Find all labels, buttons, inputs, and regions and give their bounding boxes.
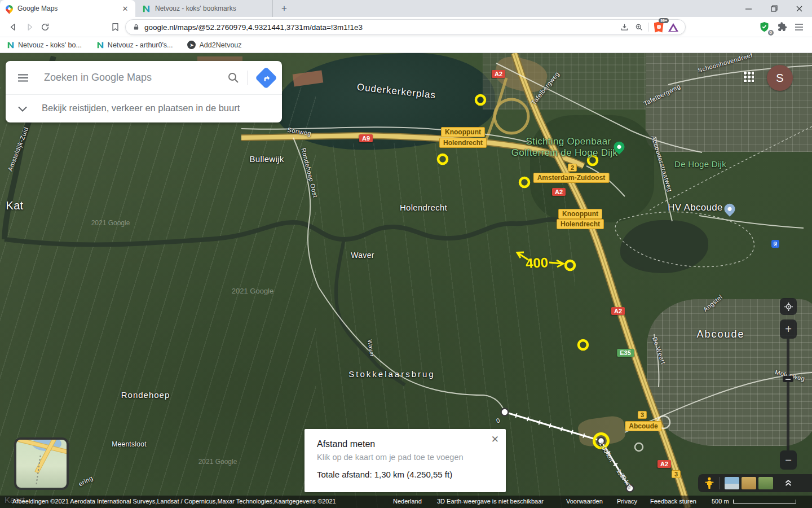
menu-icon[interactable] xyxy=(792,20,806,34)
terms-link[interactable]: Voorwaarden xyxy=(566,498,603,505)
url-bar[interactable]: google.nl/maps/@52.2760979,4.9321441,373… xyxy=(125,19,686,35)
search-input[interactable] xyxy=(43,71,227,84)
label-golfterrein: Golfterrein de Hoge Dijk xyxy=(511,147,618,159)
explore-row[interactable]: Bekijk reistijden, verkeer en plaatsen i… xyxy=(6,95,282,122)
brave-shields-icon[interactable]: 99+ xyxy=(651,20,666,34)
extensions-puzzle-icon[interactable] xyxy=(775,20,789,34)
label-stichting-openbaar: Stichting Openbaar xyxy=(526,136,611,147)
google-watermark: 2021 Google xyxy=(232,287,273,295)
tab-google-maps[interactable]: Google Maps ✕ xyxy=(0,0,135,17)
earth-unavailable-label: 3D Earth-weergave is niet beschikbaar xyxy=(437,498,544,505)
search-icon[interactable] xyxy=(227,72,240,84)
badge-exit-3: 3 xyxy=(638,411,647,419)
netvouz-icon xyxy=(7,41,15,49)
badge-a2: A2 xyxy=(552,188,566,196)
new-tab-button[interactable]: + xyxy=(277,2,291,16)
minimize-button[interactable] xyxy=(736,0,761,17)
tab-netvouz[interactable]: Netvouz - koks' bookmarks xyxy=(136,0,273,17)
badge-holendrecht: Holendrecht xyxy=(439,138,487,148)
label-kat: Kat xyxy=(6,199,24,212)
measure-title: Afstand meten xyxy=(317,439,493,449)
map-status-bar: Afbeeldingen ©2021 Aerodata Internationa… xyxy=(0,496,812,508)
badge-a9: A9 xyxy=(359,134,373,142)
badge-a2: A2 xyxy=(657,460,671,468)
close-icon[interactable]: ✕ xyxy=(491,433,499,445)
url-text: google.nl/maps/@52.2760979,4.9321441,373… xyxy=(144,23,617,32)
scale-label[interactable]: 500 m xyxy=(712,498,729,505)
map-mode-toggle[interactable] xyxy=(14,437,69,490)
search-card: Bekijk reistijden, verkeer en plaatsen i… xyxy=(6,61,282,122)
protections-badge: 0 xyxy=(768,30,774,36)
bookmark-ribbon-icon[interactable] xyxy=(107,19,123,35)
label-hv-abcoude: HV Abcoude xyxy=(668,202,723,213)
bookmark-netvouz-koks[interactable]: Netvouz - koks' bo... xyxy=(7,41,82,49)
forward-button[interactable] xyxy=(21,19,37,35)
zoom-in-button[interactable]: + xyxy=(780,319,797,339)
close-window-button[interactable] xyxy=(787,0,812,17)
zoom-page-icon[interactable] xyxy=(632,20,646,34)
netvouz-icon xyxy=(96,41,104,49)
menu-hamburger-icon[interactable] xyxy=(18,74,28,82)
measure-distance-dialog: ✕ Afstand meten Klik op de kaart om je p… xyxy=(304,429,506,492)
photo-thumbnail[interactable] xyxy=(725,477,739,489)
collapse-chevrons-icon[interactable] xyxy=(783,478,793,488)
tab-title: Google Maps xyxy=(17,5,116,12)
window-controls xyxy=(736,0,812,17)
label-rondehoep: Rondehoep xyxy=(121,390,170,400)
badge-holendrecht: Holendrecht xyxy=(557,219,604,229)
search-row xyxy=(6,61,282,95)
explore-text: Bekijk reistijden, verkeer en plaatsen i… xyxy=(42,102,240,115)
zoom-out-button[interactable]: − xyxy=(780,450,797,470)
divider xyxy=(648,23,649,32)
google-apps-grid-icon[interactable] xyxy=(743,71,754,82)
measure-ticks xyxy=(515,413,624,478)
directions-button[interactable] xyxy=(255,67,277,89)
zoom-slider-handle[interactable] xyxy=(783,376,793,382)
label-bullewijk: Bullewijk xyxy=(249,154,284,164)
tab-title: Netvouz - koks' bookmarks xyxy=(155,5,267,12)
photo-thumbnail[interactable] xyxy=(742,477,756,489)
restore-button[interactable] xyxy=(761,0,787,17)
pegman-icon[interactable] xyxy=(704,476,715,490)
transit-station-icon[interactable] xyxy=(771,240,779,248)
river-waver-south xyxy=(336,239,405,385)
google-maps-favicon xyxy=(4,3,14,14)
badge-knooppunt: Knooppunt xyxy=(441,127,485,137)
measure-node-start[interactable] xyxy=(501,409,509,416)
label-de-hoge-dijk: De Hoge Dijk xyxy=(674,159,726,169)
park-trails xyxy=(615,126,812,267)
annotation-400: 400 xyxy=(525,255,548,271)
brave-rewards-icon[interactable] xyxy=(666,20,681,34)
photo-thumbnail[interactable] xyxy=(758,477,773,489)
tab-bar: Google Maps ✕ Netvouz - koks' bookmarks … xyxy=(0,0,812,17)
browser-toolbar: google.nl/maps/@52.2760979,4.9321441,373… xyxy=(0,17,812,37)
zoom-slider-track[interactable] xyxy=(787,339,789,450)
measure-total: Totale afstand: 1,30 km (4.250,55 ft) xyxy=(317,470,493,479)
river-waver xyxy=(5,220,561,245)
satellite-map-canvas[interactable]: 2021 Google 2021 Google 2021 Google Oude… xyxy=(0,53,812,508)
label-holendrecht: Holendrecht xyxy=(400,203,447,212)
bookmark-add2netvouz[interactable]: ➤ Add2Netvouz xyxy=(187,41,241,49)
country-label[interactable]: Nederland xyxy=(393,498,422,505)
reload-button[interactable] xyxy=(37,19,53,35)
netvouz-favicon xyxy=(142,5,151,13)
label-stokkelaarsbrug: Stokkelaarsbrug xyxy=(348,369,435,379)
label-meentsloot: Meentsloot xyxy=(112,440,147,448)
tab-close-icon[interactable]: ✕ xyxy=(121,5,130,13)
badge-amsterdam-zuidoost: Amsterdam-Zuidoost xyxy=(533,173,610,183)
badge-e35: E35 xyxy=(617,349,634,357)
privacy-link[interactable]: Privacy xyxy=(617,498,637,505)
chevron-down-icon xyxy=(18,106,27,112)
download-icon[interactable] xyxy=(617,20,632,34)
divider xyxy=(720,477,720,489)
badge-exit-2: 2 xyxy=(568,164,577,172)
privacy-shield-icon[interactable]: 0 xyxy=(757,20,771,34)
badge-exit-3: 3 xyxy=(672,470,681,478)
feedback-link[interactable]: Feedback sturen xyxy=(650,498,696,505)
my-location-button[interactable] xyxy=(780,298,797,315)
badge-a2: A2 xyxy=(611,307,625,315)
badge-abcoude: Abcoude xyxy=(625,421,661,431)
back-button[interactable] xyxy=(6,19,21,35)
account-avatar[interactable]: S xyxy=(767,65,793,91)
bookmark-netvouz-arthur[interactable]: Netvouz - arthur0's... xyxy=(96,41,173,49)
